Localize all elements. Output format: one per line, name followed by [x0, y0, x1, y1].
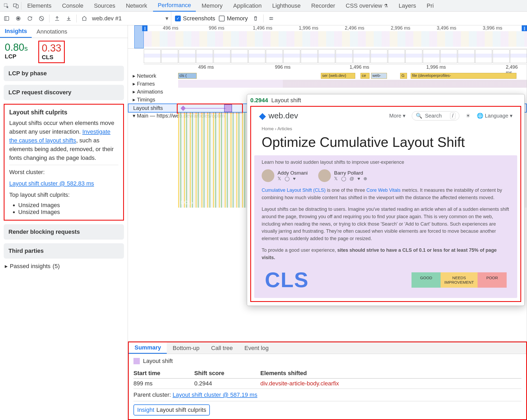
cls-gauge: CLS GOOD NEEDSIMPROVEMENT POOR: [262, 266, 510, 293]
shortcuts-icon[interactable]: [267, 15, 275, 22]
separator: [21, 2, 21, 10]
reload-record-icon[interactable]: [26, 15, 34, 22]
upload-icon[interactable]: [53, 15, 61, 22]
main-tabs: Elements Console Sources Network Perform…: [0, 0, 527, 12]
tab-lighthouse[interactable]: Lighthouse: [267, 0, 306, 12]
filmstrip-thumb[interactable]: [458, 49, 475, 63]
filmstrip-thumb[interactable]: [388, 49, 405, 63]
clear-icon[interactable]: [38, 15, 45, 22]
tab-performance[interactable]: Performance: [153, 0, 196, 12]
insight-cards: LCP by phase LCP request discovery Layou…: [0, 66, 128, 259]
filmstrip[interactable]: [144, 49, 527, 64]
filmstrip-thumb[interactable]: [214, 49, 230, 63]
tab-summary[interactable]: Summary: [129, 342, 167, 354]
filmstrip-thumb[interactable]: [161, 49, 178, 63]
tab-annotations[interactable]: Annotations: [32, 25, 72, 38]
culprit-item: Unsized Images: [18, 209, 118, 216]
card-lcp-req[interactable]: LCP request discovery: [4, 85, 124, 100]
parent-cluster-link[interactable]: Layout shift cluster @ 587.19 ms: [173, 391, 257, 398]
tab-insights[interactable]: Insights: [0, 25, 32, 38]
filmstrip-thumb[interactable]: [336, 49, 353, 63]
card-third-parties[interactable]: Third parties: [4, 243, 124, 259]
filmstrip-thumb[interactable]: [248, 49, 265, 63]
net-item[interactable]: web-: [371, 73, 387, 79]
card-lcp-phase[interactable]: LCP by phase: [4, 66, 124, 81]
filmstrip-thumb[interactable]: [283, 49, 300, 63]
net-item[interactable]: file (developerprofiles-: [411, 73, 516, 79]
elements-shifted-link[interactable]: div.devsite-article-body.clearfix: [260, 380, 521, 387]
layout-shift-swatch: [133, 358, 140, 364]
download-icon[interactable]: [65, 15, 73, 22]
culprit-item: Unsized Images: [18, 202, 118, 209]
tab-layers[interactable]: Layers: [394, 0, 421, 12]
tab-sources[interactable]: Sources: [89, 0, 120, 12]
separator: [76, 15, 77, 22]
memory-checkbox[interactable]: Memory: [219, 15, 248, 22]
toggle-panel-icon[interactable]: [3, 15, 11, 22]
tab-console[interactable]: Console: [57, 0, 88, 12]
capture-label: web.dev #1: [92, 15, 164, 22]
filmstrip-thumb[interactable]: [179, 49, 196, 63]
capture-select[interactable]: web.dev #1 ▾: [92, 12, 171, 25]
filmstrip-thumb[interactable]: [493, 49, 510, 63]
culprit-title: Layout shift culprits: [9, 109, 118, 116]
top-culprits-label: Top layout shift culprits:: [9, 190, 118, 199]
overview-minimap[interactable]: ‖ ‖ 496 ms 996 ms 1,496 ms 1,996 ms 2,49…: [128, 25, 527, 49]
passed-insights[interactable]: ▸ Passed insights (5): [0, 259, 128, 274]
filmstrip-thumb[interactable]: [196, 49, 213, 63]
filmstrip-thumb[interactable]: [231, 49, 248, 63]
filmstrip-thumb[interactable]: [510, 49, 527, 63]
webdev-logo: ◆web.dev: [259, 110, 298, 121]
device-toggle-icon[interactable]: [12, 2, 20, 10]
flame-ruler: 496 ms 996 ms 1,496 ms 1,996 ms 2,496 ms: [178, 64, 527, 72]
card-render-blocking[interactable]: Render blocking requests: [4, 224, 124, 240]
tab-memory[interactable]: Memory: [197, 0, 227, 12]
screenshots-checkbox[interactable]: ✓ Screenshots: [175, 15, 215, 22]
side-tabs: Insights Annotations: [0, 25, 128, 38]
filmstrip-thumb[interactable]: [371, 49, 387, 63]
tab-network[interactable]: Network: [121, 0, 152, 12]
filmstrip-thumb[interactable]: [301, 49, 318, 63]
chevron-right-icon: ▸: [133, 88, 135, 95]
insights-panel: Insights Annotations 0.80s LCP 0.33 CLS …: [0, 25, 128, 420]
filmstrip-thumb[interactable]: [353, 49, 370, 63]
culprit-desc: Layout shifts occur when elements move a…: [9, 119, 118, 162]
summary-row: 899 ms 0.2944 div.devsite-article-body.c…: [133, 379, 521, 389]
filmstrip-thumb[interactable]: [266, 49, 283, 63]
filmstrip-thumb[interactable]: [144, 49, 161, 63]
trace-view: ‖ ‖ 496 ms 996 ms 1,496 ms 1,996 ms 2,49…: [128, 25, 527, 420]
filmstrip-thumb[interactable]: [423, 49, 440, 63]
tab-bottomup[interactable]: Bottom-up: [167, 342, 205, 354]
filmstrip-thumb[interactable]: [318, 49, 335, 63]
tab-elements[interactable]: Elements: [22, 0, 56, 12]
tab-recorder[interactable]: Recorder: [307, 0, 340, 12]
tab-calltree[interactable]: Call tree: [205, 342, 239, 354]
inspect-icon[interactable]: [2, 2, 11, 10]
track-network[interactable]: ▸Network cls ( ser (web.dev) ce web- G f…: [128, 72, 527, 80]
filmstrip-thumb[interactable]: [405, 49, 422, 63]
filmstrip-thumb[interactable]: [440, 49, 457, 63]
cls-word: CLS: [265, 268, 309, 292]
tab-eventlog[interactable]: Event log: [239, 342, 275, 354]
card-layout-shift-culprits[interactable]: Layout shift culprits Layout shifts occu…: [4, 104, 124, 221]
separator: [263, 15, 264, 22]
filmstrip-thumb[interactable]: [475, 49, 492, 63]
metric-cls[interactable]: 0.33 CLS: [38, 42, 65, 63]
dcl-marker[interactable]: DCL ›: [178, 199, 196, 206]
net-item[interactable]: ce: [360, 73, 369, 79]
language-menu: 🌐 Language ▾: [477, 113, 512, 119]
tab-cssoverview[interactable]: CSS overview⚗: [341, 0, 393, 12]
worst-cluster-link[interactable]: Layout shift cluster @ 582.83 ms: [9, 180, 94, 187]
net-item[interactable]: ser (web.dev): [321, 73, 355, 79]
gc-icon[interactable]: [252, 15, 260, 22]
record-icon[interactable]: [14, 15, 22, 22]
tab-application[interactable]: Application: [228, 0, 266, 12]
net-item[interactable]: G: [400, 73, 407, 79]
track-frames[interactable]: ▸Frames: [128, 80, 527, 88]
metric-lcp[interactable]: 0.80s LCP: [5, 42, 28, 63]
net-item[interactable]: cls (: [178, 73, 197, 79]
insight-pill[interactable]: Insight Layout shift culprits: [133, 404, 210, 416]
tab-pri[interactable]: Pri: [422, 0, 438, 12]
layout-shift-selected[interactable]: [224, 104, 232, 112]
home-icon[interactable]: [80, 15, 88, 22]
